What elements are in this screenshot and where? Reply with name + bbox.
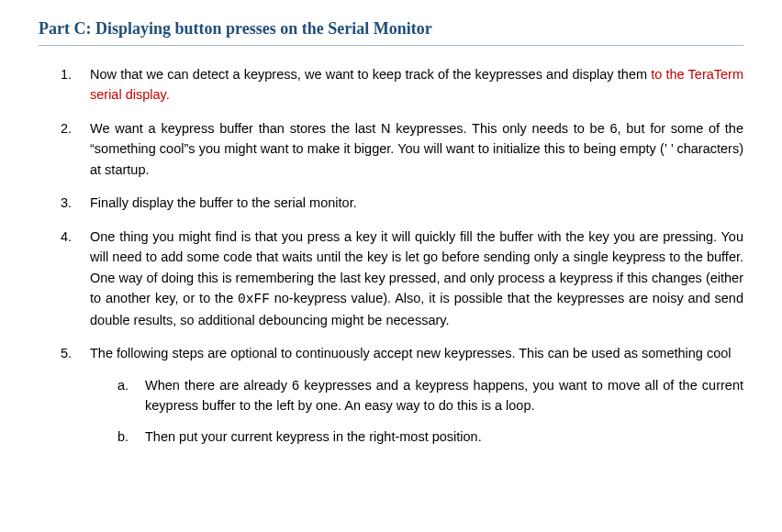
item-text: The following steps are optional to cont…	[90, 346, 732, 360]
item-text: Finally display the buffer to the serial…	[90, 195, 357, 210]
section-heading: Part C: Displaying button presses on the…	[39, 17, 743, 46]
sub-list-item: Then put your current keypress in the ri…	[117, 427, 743, 447]
item-code: 0xFF	[238, 292, 270, 306]
instruction-list: Now that we can detect a keypress, we wa…	[39, 64, 743, 448]
sub-instruction-list: When there are already 6 keypresses and …	[90, 375, 743, 448]
list-item: One thing you might find is that you pre…	[61, 227, 743, 330]
item-text: We want a keypress buffer than stores th…	[90, 121, 743, 177]
sub-list-item: When there are already 6 keypresses and …	[117, 375, 743, 416]
list-item: Finally display the buffer to the serial…	[61, 193, 743, 213]
sub-item-text: When there are already 6 keypresses and …	[145, 378, 743, 413]
list-item: We want a keypress buffer than stores th…	[61, 118, 743, 180]
item-text: Now that we can detect a keypress, we wa…	[90, 67, 651, 82]
list-item: Now that we can detect a keypress, we wa…	[61, 64, 743, 105]
list-item: The following steps are optional to cont…	[61, 343, 743, 448]
sub-item-text: Then put your current keypress in the ri…	[145, 429, 482, 444]
